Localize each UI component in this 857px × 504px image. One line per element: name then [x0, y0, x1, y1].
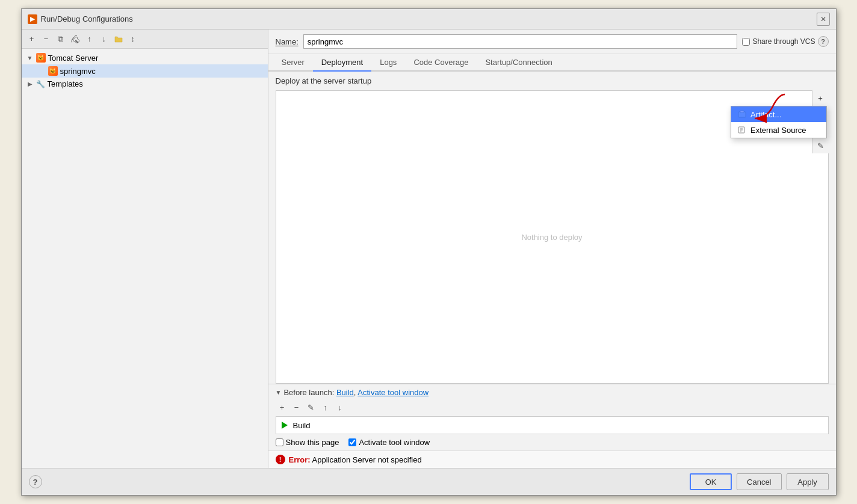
artifact-svg — [738, 110, 746, 118]
main-content: Deploy at the server startup Nothing to … — [268, 72, 836, 468]
tab-deployment[interactable]: Deployment — [313, 54, 371, 72]
springmvc-label: springmvc — [60, 67, 96, 76]
activate-window-checkbox[interactable] — [348, 438, 356, 446]
tomcat-icon: 🐱 — [36, 53, 46, 63]
checkboxes-row: Show this page Activate tool window — [276, 438, 829, 447]
tab-code-coverage[interactable]: Code Coverage — [405, 54, 477, 72]
copy-config-button[interactable]: ⧉ — [54, 32, 67, 46]
share-vcs-checkbox[interactable] — [742, 38, 750, 46]
tree-area: ▼ 🐱 Tomcat Server 🐱 springmvc ▶ — [22, 49, 268, 468]
wrench-icon — [71, 35, 79, 43]
activate-window-label: Activate tool window — [359, 438, 430, 447]
right-panel: Name: Share through VCS ? Server Deploym… — [268, 29, 836, 468]
dropdown-menu: Artifact... — [731, 106, 827, 138]
artifact-label: Artifact... — [750, 110, 781, 119]
dialog-icon: ▶ — [28, 14, 37, 24]
title-bar: ▶ Run/Debug Configurations ✕ — [22, 9, 836, 29]
wrench-button[interactable] — [69, 32, 82, 46]
cancel-button[interactable]: Cancel — [737, 473, 781, 490]
before-launch-toolbar: + − ✎ ↑ ↓ — [276, 401, 829, 414]
build-icon — [280, 420, 289, 430]
springmvc-icon: 🐱 — [48, 66, 58, 76]
add-artifact-button[interactable]: + — [814, 91, 827, 105]
help-button[interactable]: ? — [818, 36, 829, 47]
before-launch-title: Before launch: Build, Activate tool wind… — [283, 388, 428, 397]
green-triangle-icon — [282, 422, 288, 429]
left-panel: + − ⧉ ↑ ↓ ↕ — [22, 29, 268, 468]
tree-group-templates[interactable]: ▶ 🔧 Templates — [22, 78, 268, 90]
folder-button[interactable] — [112, 32, 125, 46]
add-launch-button[interactable]: + — [276, 401, 289, 414]
activate-link[interactable]: Activate tool window — [357, 388, 428, 397]
down-launch-button[interactable]: ↓ — [333, 401, 347, 414]
deploy-toolbar: + — [812, 90, 829, 153]
name-label: Name: — [276, 37, 299, 46]
wrench-icon-small: 🔧 — [36, 80, 45, 88]
remove-launch-button[interactable]: − — [290, 401, 303, 414]
apply-button[interactable]: Apply — [787, 473, 829, 490]
dialog-title: Run/Debug Configurations — [41, 14, 133, 23]
share-vcs-label: Share through VCS — [752, 37, 815, 46]
error-icon: ! — [276, 455, 285, 464]
up-button[interactable]: ↑ — [83, 32, 96, 46]
tab-startup-connection[interactable]: Startup/Connection — [477, 54, 560, 72]
show-page-group: Show this page — [276, 438, 339, 447]
left-toolbar: + − ⧉ ↑ ↓ ↕ — [22, 29, 268, 49]
artifact-icon — [737, 109, 747, 119]
deploy-section: Deploy at the server startup Nothing to … — [268, 72, 836, 384]
dropdown-artifact[interactable]: Artifact... — [731, 106, 826, 122]
expand-templates-icon: ▶ — [26, 81, 34, 87]
title-bar-left: ▶ Run/Debug Configurations — [28, 14, 133, 24]
edit-deploy-button[interactable]: ✎ — [814, 139, 827, 152]
down-button[interactable]: ↓ — [97, 32, 111, 46]
tab-server[interactable]: Server — [273, 54, 313, 72]
before-launch-header: ▼ Before launch: Build, Activate tool wi… — [276, 388, 829, 397]
error-text: Error: Application Server not specified — [289, 455, 422, 464]
deploy-list-container: Nothing to deploy + — [276, 90, 829, 384]
build-link[interactable]: Build — [336, 388, 354, 397]
up-launch-button[interactable]: ↑ — [319, 401, 332, 414]
remove-config-button[interactable]: − — [40, 32, 53, 46]
templates-label: Templates — [48, 79, 83, 88]
svg-rect-2 — [740, 111, 744, 112]
deploy-header: Deploy at the server startup — [268, 72, 836, 90]
build-list: Build — [276, 416, 829, 434]
deploy-placeholder: Nothing to deploy — [521, 233, 582, 242]
name-input[interactable] — [303, 34, 738, 49]
share-vcs-group: Share through VCS ? — [742, 36, 828, 47]
ok-button[interactable]: OK — [690, 473, 732, 490]
footer-help-button[interactable]: ? — [29, 475, 42, 488]
close-button[interactable]: ✕ — [817, 13, 830, 26]
expand-icon: ▼ — [26, 55, 34, 61]
dialog-footer: ? OK Cancel Apply — [22, 468, 836, 495]
external-source-label: External Source — [750, 126, 806, 135]
tree-group-tomcat[interactable]: ▼ 🐱 Tomcat Server — [22, 51, 268, 64]
build-label: Build — [293, 421, 311, 430]
show-page-checkbox[interactable] — [276, 438, 283, 446]
tabs-bar: Server Deployment Logs Code Coverage Sta… — [268, 54, 836, 72]
before-launch-label: Before launch: — [283, 388, 334, 397]
error-row: ! Error: Application Server not specifie… — [268, 450, 836, 468]
error-message: Application Server not specified — [312, 455, 422, 464]
run-debug-dialog: ▶ Run/Debug Configurations ✕ + − ⧉ ↑ ↓ — [21, 8, 837, 496]
activate-window-group: Activate tool window — [348, 438, 430, 447]
error-prefix: Error: — [289, 455, 311, 464]
before-launch-section: ▼ Before launch: Build, Activate tool wi… — [268, 384, 836, 450]
dropdown-external[interactable]: External Source — [731, 122, 826, 138]
add-config-button[interactable]: + — [25, 32, 39, 46]
edit-launch-button[interactable]: ✎ — [305, 401, 318, 414]
sort-button[interactable]: ↕ — [126, 32, 140, 46]
show-page-label: Show this page — [286, 438, 339, 447]
tab-logs[interactable]: Logs — [371, 54, 405, 72]
svg-line-0 — [76, 40, 78, 42]
external-svg — [738, 126, 746, 134]
tomcat-label: Tomcat Server — [48, 54, 99, 63]
svg-rect-1 — [738, 112, 746, 117]
tree-item-springmvc[interactable]: 🐱 springmvc — [22, 64, 268, 78]
folder-icon — [114, 35, 123, 43]
dialog-body: + − ⧉ ↑ ↓ ↕ — [22, 29, 836, 468]
add-artifact-container: + — [814, 91, 827, 105]
footer-left: ? — [29, 475, 42, 488]
collapse-button[interactable]: ▼ — [276, 389, 282, 396]
external-icon — [737, 125, 747, 135]
